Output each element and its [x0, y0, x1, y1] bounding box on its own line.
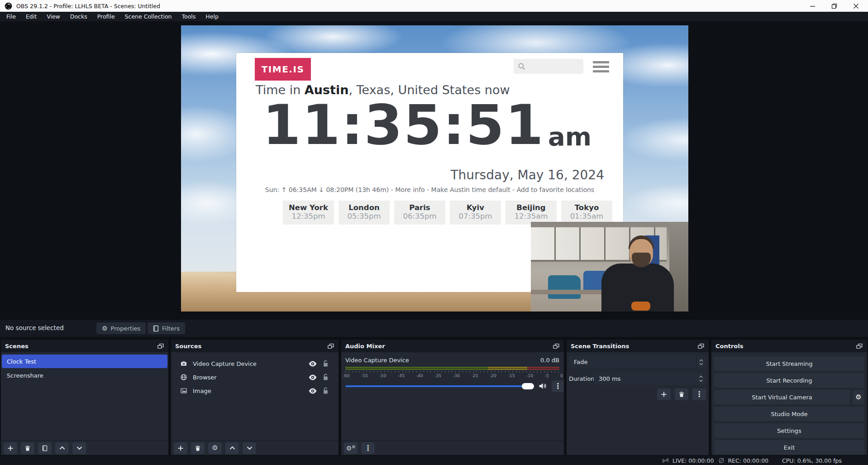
- chevron-down-icon: [76, 446, 82, 450]
- scene-item-screenshare[interactable]: Screenshare: [2, 369, 167, 382]
- remove-transition-button[interactable]: [675, 388, 688, 400]
- start-streaming-button[interactable]: Start Streaming: [714, 356, 864, 371]
- eye-icon[interactable]: [309, 361, 317, 367]
- popout-icon[interactable]: [327, 343, 334, 350]
- menu-scene-collection[interactable]: Scene Collection: [120, 12, 177, 21]
- popout-icon[interactable]: [157, 343, 164, 350]
- move-scene-up-button[interactable]: [55, 442, 69, 454]
- eye-icon[interactable]: [309, 388, 317, 394]
- filters-button[interactable]: Filters: [148, 322, 185, 334]
- mixer-level-value: 0.0 dB: [540, 357, 559, 364]
- obs-window: OBS 29.1.2 - Profile: LLHLS BETA - Scene…: [0, 0, 868, 465]
- transitions-toolbar: ⋮: [657, 388, 706, 400]
- live-status: LIVE: 00:00:00: [662, 457, 714, 464]
- spinbox-arrows-icon[interactable]: [696, 372, 706, 385]
- unlock-icon[interactable]: [323, 374, 329, 381]
- sources-header: Sources: [171, 340, 339, 352]
- virtual-camera-settings-button[interactable]: ⚙: [853, 390, 864, 404]
- scene-item-clock-test[interactable]: Clock Test: [2, 355, 167, 368]
- minimize-button[interactable]: [809, 3, 816, 9]
- mixer-channel-menu-button[interactable]: ⋮: [552, 380, 564, 392]
- popout-icon[interactable]: [856, 343, 863, 350]
- duration-spinbox[interactable]: 300 ms: [594, 372, 706, 385]
- timeis-clock: 11:35:51: [262, 97, 544, 153]
- exit-button[interactable]: Exit: [714, 440, 864, 455]
- controls-panel: Controls Start Streaming Start Recording…: [711, 340, 867, 455]
- scene-filters-button[interactable]: [38, 442, 52, 454]
- timeis-logo: TIME.IS: [255, 58, 311, 81]
- popout-icon[interactable]: [697, 343, 705, 350]
- stream-inactive-icon: [662, 457, 669, 464]
- hamburger-menu-icon: [593, 61, 609, 72]
- eye-icon[interactable]: [309, 374, 317, 380]
- source-row-video-capture[interactable]: Video Capture Device: [171, 357, 339, 370]
- move-scene-down-button[interactable]: [72, 442, 86, 454]
- menu-file[interactable]: File: [1, 12, 21, 21]
- menu-profile[interactable]: Profile: [92, 12, 120, 21]
- restore-button[interactable]: [831, 3, 837, 9]
- trash-icon: [24, 445, 31, 451]
- menu-tools[interactable]: Tools: [177, 12, 201, 21]
- unlock-icon[interactable]: [323, 387, 329, 394]
- volume-slider-handle[interactable]: [522, 383, 534, 389]
- menu-docks[interactable]: Docks: [65, 12, 92, 21]
- chevron-down-icon: [247, 446, 253, 450]
- studio-mode-button[interactable]: Studio Mode: [714, 407, 864, 421]
- start-virtual-camera-button[interactable]: Start Virtual Camera: [714, 390, 850, 404]
- scene-transitions-panel: Scene Transitions Fade Duration 300 ms: [567, 340, 709, 455]
- chevron-up-icon: [59, 446, 65, 450]
- source-properties-button[interactable]: ⚙: [208, 442, 222, 454]
- chevron-up-icon: [229, 446, 235, 450]
- move-source-up-button[interactable]: [225, 442, 239, 454]
- timeis-clock-row: 11:35:51 am: [262, 97, 591, 153]
- scenes-title: Scenes: [5, 343, 29, 350]
- volume-slider-track[interactable]: [345, 385, 529, 387]
- timeis-ampm: am: [548, 124, 591, 149]
- city-card: Kyiv07:35pm: [450, 201, 501, 225]
- add-source-button[interactable]: [174, 442, 187, 454]
- trash-icon: [195, 445, 201, 451]
- record-inactive-icon: [718, 457, 725, 464]
- mixer-menu-button[interactable]: ⋮: [361, 442, 375, 454]
- select-arrows-icon: [696, 356, 706, 368]
- transition-menu-button[interactable]: ⋮: [692, 388, 706, 400]
- add-scene-button[interactable]: [4, 442, 17, 454]
- timeis-date: Thursday, May 16, 2024: [451, 168, 604, 182]
- settings-button[interactable]: Settings: [714, 423, 864, 438]
- properties-button[interactable]: ⚙ Properties: [96, 322, 146, 334]
- orange-object: [631, 302, 650, 311]
- advanced-audio-button[interactable]: ⚙⚙: [344, 442, 358, 454]
- start-recording-button[interactable]: Start Recording: [714, 373, 864, 388]
- speaker-icon[interactable]: [539, 382, 547, 390]
- unlock-icon[interactable]: [323, 360, 329, 367]
- gears-icon: ⚙⚙: [346, 445, 356, 451]
- remove-source-button[interactable]: [191, 442, 205, 454]
- source-row-image[interactable]: Image: [171, 384, 339, 398]
- filters-icon: [42, 445, 48, 451]
- kebab-icon: ⋮: [364, 445, 372, 452]
- timeis-sun-info: Sun: ↑ 06:35AM ↓ 08:20PM (13h 46m) - Mor…: [236, 186, 623, 193]
- source-row-browser[interactable]: Browser: [171, 370, 339, 384]
- add-favorite-link: Add to favorite locations: [517, 186, 594, 193]
- scenes-header: Scenes: [1, 340, 168, 352]
- menu-help[interactable]: Help: [200, 12, 224, 21]
- kebab-icon: ⋮: [696, 391, 703, 398]
- popout-icon[interactable]: [553, 343, 560, 350]
- remove-scene-button[interactable]: [21, 442, 34, 454]
- audio-mixer-panel: Audio Mixer Video Capture Device 0.0 dB …: [341, 340, 564, 455]
- plus-icon: [8, 446, 13, 451]
- menu-edit[interactable]: Edit: [21, 12, 42, 21]
- close-button[interactable]: [853, 3, 859, 9]
- city-card: London05:35pm: [339, 201, 390, 225]
- webcam-source[interactable]: [531, 222, 688, 312]
- program-preview[interactable]: TIME.IS Time in Austin, Texas, United St…: [181, 25, 688, 312]
- transition-select[interactable]: Fade: [569, 356, 706, 368]
- add-transition-button[interactable]: [657, 388, 671, 400]
- controls-header: Controls: [711, 340, 867, 352]
- menu-view[interactable]: View: [42, 12, 65, 21]
- obs-logo-icon: [5, 2, 12, 10]
- move-source-down-button[interactable]: [243, 442, 256, 454]
- rec-status: REC: 00:00:00: [718, 457, 768, 464]
- window-title: OBS 29.1.2 - Profile: LLHLS BETA - Scene…: [16, 3, 160, 10]
- volume-slider-row: ⋮: [345, 380, 560, 392]
